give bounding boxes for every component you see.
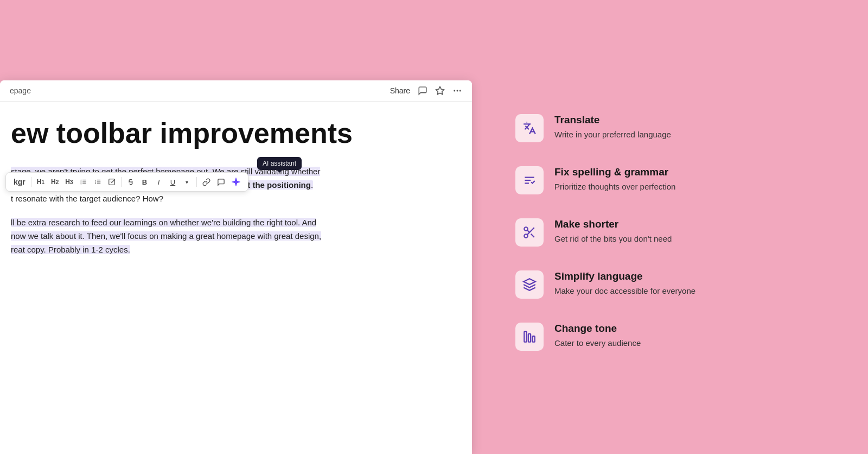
spelling-text: Fix spelling & grammar Prioritize though… [554, 166, 675, 192]
spelling-desc: Prioritize thoughts over perfection [554, 181, 675, 192]
svg-rect-13 [108, 179, 114, 185]
toolbar-separator-3 [196, 177, 197, 187]
h3-button[interactable]: H3 [63, 176, 75, 187]
simplify-text: Simplify language Make your doc accessib… [554, 270, 695, 297]
simplify-icon-box [515, 270, 544, 299]
link-button[interactable] [200, 176, 213, 188]
bookmark-toolbar-icon[interactable] [435, 86, 445, 96]
formatting-toolbar: kgr H1 H2 H3 B I U [5, 172, 248, 192]
svg-point-3 [454, 90, 455, 91]
translate-title: Translate [554, 114, 671, 127]
right-panel: Translate Write in your preferred langua… [472, 0, 868, 454]
svg-point-7 [80, 180, 81, 181]
svg-point-18 [524, 227, 528, 231]
more-toolbar-icon[interactable] [452, 86, 462, 96]
feature-translate[interactable]: Translate Write in your preferred langua… [515, 104, 835, 152]
svg-marker-0 [436, 87, 444, 94]
h1-button[interactable]: H1 [35, 176, 47, 187]
svg-line-22 [527, 230, 529, 232]
shorter-desc: Get rid of the bits you don't need [554, 233, 672, 244]
simplify-desc: Make your doc accessible for everyone [554, 285, 695, 297]
spelling-icon-box [515, 166, 544, 194]
comment-button[interactable] [215, 176, 227, 188]
top-bar [0, 0, 472, 80]
shorter-title: Make shorter [554, 218, 672, 231]
strikethrough-button[interactable] [125, 176, 137, 187]
breadcrumb: epage [10, 86, 31, 95]
svg-point-19 [524, 234, 528, 238]
italic-button[interactable]: I [153, 176, 165, 188]
svg-marker-23 [524, 279, 535, 285]
share-button[interactable]: Share [390, 86, 410, 95]
checkbox-button[interactable] [106, 176, 118, 187]
svg-point-9 [80, 184, 81, 185]
svg-rect-25 [528, 334, 531, 342]
document-title: ew toolbar improvements [11, 118, 450, 149]
translate-desc: Write in your preferred language [554, 129, 671, 140]
svg-point-8 [80, 181, 81, 182]
svg-line-21 [531, 234, 534, 237]
tone-title: Change tone [554, 323, 641, 335]
tone-icon-box [515, 323, 544, 351]
ai-assistant-button[interactable] [229, 176, 242, 188]
paragraph-2: ll be extra research to feed our learnin… [11, 216, 450, 256]
tone-text: Change tone Cater to every audience [554, 323, 641, 349]
feature-simplify[interactable]: Simplify language Make your doc accessib… [515, 261, 835, 308]
document-window: epage Share ew toolbar improvements AI a… [0, 80, 472, 454]
shorter-icon-box [515, 218, 544, 247]
translate-icon-box [515, 114, 544, 142]
svg-rect-26 [532, 336, 534, 342]
doc-content: ew toolbar improvements AI assistant kgr… [0, 102, 472, 284]
shorter-text: Make shorter Get rid of the bits you don… [554, 218, 672, 244]
translate-text: Translate Write in your preferred langua… [554, 114, 671, 140]
ai-assistant-tooltip: AI assistant [257, 157, 302, 170]
h2-button[interactable]: H2 [49, 176, 61, 187]
underline-dropdown-button[interactable]: ▾ [181, 178, 193, 187]
toolbar-separator-2 [121, 177, 122, 187]
svg-point-1 [457, 90, 458, 91]
feature-shorter[interactable]: Make shorter Get rid of the bits you don… [515, 209, 835, 256]
feature-tone[interactable]: Change tone Cater to every audience [515, 313, 835, 361]
tone-desc: Cater to every audience [554, 337, 641, 349]
highlighted-para2: ll be extra research to feed our learnin… [11, 218, 321, 254]
underline-button[interactable]: U [167, 176, 179, 188]
svg-rect-24 [524, 331, 526, 342]
section-label-display: kgr [11, 176, 28, 188]
toolbar-separator-1 [31, 177, 31, 187]
numbered-list-button[interactable] [92, 176, 104, 187]
editor-panel: epage Share ew toolbar improvements AI a… [0, 0, 472, 454]
spelling-title: Fix spelling & grammar [554, 166, 675, 179]
svg-point-2 [460, 90, 461, 91]
bullet-list-button[interactable] [78, 176, 90, 187]
simplify-title: Simplify language [554, 270, 695, 283]
bold-button[interactable]: B [139, 176, 151, 188]
feature-spelling[interactable]: Fix spelling & grammar Prioritize though… [515, 156, 835, 204]
doc-toolbar: epage Share [0, 80, 472, 102]
comment-toolbar-icon[interactable] [418, 86, 427, 96]
